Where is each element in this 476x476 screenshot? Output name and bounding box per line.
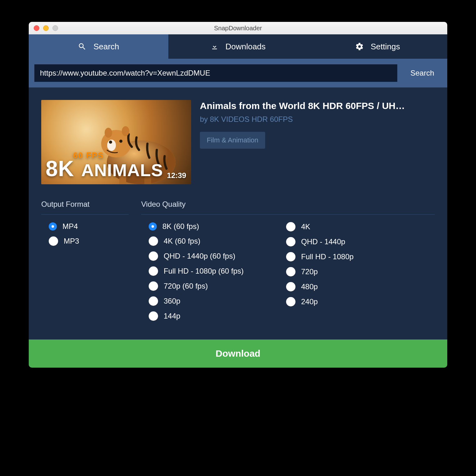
quality-radio[interactable]: 720p (60 fps) bbox=[149, 281, 260, 291]
quality-radio[interactable]: Full HD - 1080p (60 fps) bbox=[149, 266, 260, 276]
search-icon bbox=[78, 42, 87, 51]
radio-circle-icon bbox=[286, 252, 295, 261]
quality-label: 720p (60 fps) bbox=[164, 282, 208, 290]
quality-radio-col-1: 8K (60 fps)4K (60 fps)QHD - 1440p (60 fp… bbox=[141, 222, 260, 321]
video-duration: 12:39 bbox=[167, 171, 186, 180]
quality-label: QHD - 1440p (60 fps) bbox=[164, 252, 235, 260]
quality-label: 8K (60 fps) bbox=[162, 222, 199, 231]
quality-radio-col-2: 4KQHD - 1440pFull HD - 1080p720p480p240p bbox=[279, 222, 397, 321]
options-row: Output Format MP4MP3 Video Quality 8K (6… bbox=[41, 200, 435, 321]
quality-label: 4K bbox=[301, 222, 310, 231]
gear-icon bbox=[355, 42, 364, 51]
radio-circle-icon bbox=[149, 222, 157, 231]
tab-search-label: Search bbox=[93, 42, 119, 52]
quality-radio[interactable]: 4K (60 fps) bbox=[149, 236, 260, 246]
quality-radio[interactable]: 240p bbox=[286, 297, 397, 306]
download-button[interactable]: Download bbox=[29, 340, 447, 368]
quality-label: Full HD - 1080p bbox=[301, 252, 354, 261]
by-prefix: by bbox=[200, 115, 210, 123]
quality-label: 720p bbox=[301, 267, 318, 276]
quality-label: 144p bbox=[164, 312, 180, 320]
thumbnail-8k-text: 8K bbox=[46, 156, 74, 181]
format-label: MP4 bbox=[62, 222, 78, 231]
quality-label: 240p bbox=[301, 297, 318, 306]
tab-search[interactable]: Search bbox=[29, 34, 168, 59]
quality-radio[interactable]: Full HD - 1080p bbox=[286, 252, 397, 261]
quality-label: 4K (60 fps) bbox=[164, 237, 200, 245]
search-button[interactable]: Search bbox=[397, 64, 447, 82]
format-radio[interactable]: MP4 bbox=[49, 222, 129, 231]
quality-radio[interactable]: QHD - 1440p bbox=[286, 237, 397, 246]
radio-circle-icon bbox=[286, 237, 295, 246]
tab-settings[interactable]: Settings bbox=[308, 34, 447, 59]
category-chip[interactable]: Film & Animation bbox=[200, 132, 265, 149]
radio-circle-icon bbox=[149, 296, 158, 306]
radio-circle-icon bbox=[149, 266, 158, 276]
video-title: Animals from the World 8K HDR 60FPS / UH… bbox=[200, 101, 435, 111]
svg-point-4 bbox=[109, 141, 112, 144]
tab-settings-label: Settings bbox=[371, 42, 400, 52]
download-icon bbox=[211, 42, 219, 51]
quality-radio[interactable]: 480p bbox=[286, 282, 397, 291]
format-radio[interactable]: MP3 bbox=[49, 236, 129, 246]
content-area: 60 FPS 8K ANIMALS 12:39 Animals from the… bbox=[29, 87, 447, 340]
quality-label: 480p bbox=[301, 282, 318, 291]
radio-circle-icon bbox=[286, 222, 295, 231]
quality-radio[interactable]: 4K bbox=[286, 222, 397, 231]
radio-circle-icon bbox=[149, 281, 158, 291]
radio-circle-icon bbox=[286, 297, 295, 306]
window-title: SnapDownloader bbox=[29, 25, 447, 32]
radio-circle-icon bbox=[49, 236, 58, 246]
tab-downloads[interactable]: Downloads bbox=[168, 34, 308, 59]
tab-downloads-label: Downloads bbox=[226, 42, 266, 52]
quality-label: Full HD - 1080p (60 fps) bbox=[164, 267, 244, 275]
video-quality-column: Video Quality 8K (60 fps)4K (60 fps)QHD … bbox=[141, 200, 435, 321]
radio-circle-icon bbox=[149, 236, 158, 246]
video-meta: Animals from the World 8K HDR 60FPS / UH… bbox=[200, 100, 435, 149]
video-quality-title: Video Quality bbox=[141, 200, 435, 215]
svg-point-8 bbox=[105, 128, 112, 138]
radio-circle-icon bbox=[149, 251, 158, 261]
radio-circle-icon bbox=[286, 267, 295, 276]
video-thumbnail[interactable]: 60 FPS 8K ANIMALS 12:39 bbox=[41, 100, 191, 184]
quality-radio[interactable]: 144p bbox=[149, 311, 260, 321]
url-search-bar: Search bbox=[29, 59, 447, 87]
channel-name[interactable]: 8K VIDEOS HDR 60FPS bbox=[210, 115, 293, 123]
thumbnail-overlay-text: 60 FPS 8K ANIMALS bbox=[46, 152, 163, 179]
svg-point-5 bbox=[119, 140, 122, 143]
quality-radio[interactable]: 720p bbox=[286, 267, 397, 276]
output-format-title: Output Format bbox=[41, 200, 129, 215]
url-input[interactable] bbox=[34, 64, 397, 82]
output-format-column: Output Format MP4MP3 bbox=[41, 200, 129, 321]
radio-circle-icon bbox=[49, 222, 57, 231]
radio-circle-icon bbox=[286, 282, 295, 291]
app-window: SnapDownloader Search Downloads Settings… bbox=[29, 22, 447, 368]
quality-label: 360p bbox=[164, 297, 180, 305]
thumbnail-animals-text: ANIMALS bbox=[81, 160, 163, 180]
radio-circle-icon bbox=[149, 311, 158, 321]
format-label: MP3 bbox=[64, 237, 79, 245]
svg-point-9 bbox=[122, 126, 129, 136]
thumbnail-fps-text: 60 FPS bbox=[73, 152, 163, 159]
titlebar: SnapDownloader bbox=[29, 22, 447, 34]
format-radio-list: MP4MP3 bbox=[41, 222, 129, 246]
video-channel-line: by 8K VIDEOS HDR 60FPS bbox=[200, 115, 435, 124]
quality-radio[interactable]: QHD - 1440p (60 fps) bbox=[149, 251, 260, 261]
quality-radio-grid: 8K (60 fps)4K (60 fps)QHD - 1440p (60 fp… bbox=[141, 222, 435, 321]
quality-label: QHD - 1440p bbox=[301, 237, 345, 246]
quality-radio[interactable]: 8K (60 fps) bbox=[149, 222, 260, 231]
video-info-row: 60 FPS 8K ANIMALS 12:39 Animals from the… bbox=[41, 100, 435, 184]
main-tabs: Search Downloads Settings bbox=[29, 34, 447, 59]
quality-radio[interactable]: 360p bbox=[149, 296, 260, 306]
